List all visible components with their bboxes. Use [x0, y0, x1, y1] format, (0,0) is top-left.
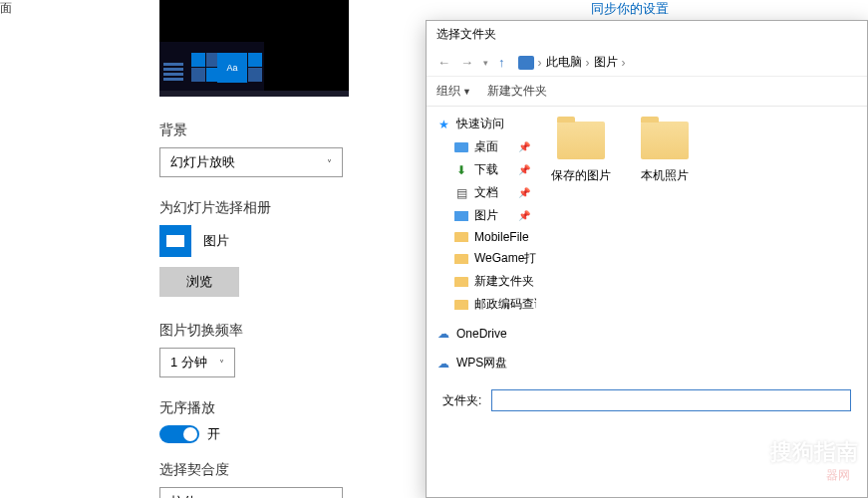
watermark: S 搜狗指南 — [726, 434, 858, 470]
cloud-icon: ☁ — [436, 328, 450, 340]
sidebar-quick-access[interactable]: ★快速访问 — [427, 113, 536, 135]
organize-menu[interactable]: 组织▼ — [436, 83, 471, 100]
nav-forward-button[interactable]: → — [457, 55, 476, 70]
background-dropdown-value: 幻灯片放映 — [170, 153, 235, 171]
watermark-icon: S — [726, 434, 762, 470]
folder-camera-roll[interactable]: 本机照片 — [641, 122, 689, 184]
watermark-text: 搜狗指南 — [770, 437, 858, 467]
new-folder-button[interactable]: 新建文件夹 — [487, 83, 547, 100]
pin-icon: 📌 — [518, 187, 530, 198]
sidebar-wps[interactable]: ☁WPS网盘 — [427, 352, 536, 374]
folder-label: 本机照片 — [641, 167, 689, 184]
sidebar-mobilefile[interactable]: MobileFile — [427, 227, 536, 247]
dialog-sidebar: ★快速访问 桌面📌 ⬇下载📌 ▤文档📌 图片📌 MobileFile WeGam… — [427, 107, 536, 375]
chevron-down-icon: ▼ — [462, 87, 471, 97]
sidebar-onedrive[interactable]: ☁OneDrive — [427, 324, 536, 344]
sidebar-wegame[interactable]: WeGame打不开怎 — [427, 247, 536, 270]
sidebar-postal[interactable]: 邮政编码查询，邮编 — [427, 293, 536, 316]
fit-dropdown[interactable]: 拉伸 ˅ — [159, 487, 343, 498]
shuffle-toggle[interactable] — [159, 425, 199, 443]
folder-icon — [454, 232, 468, 242]
dialog-title: 选择文件夹 — [427, 21, 867, 49]
breadcrumb-current[interactable]: 图片 — [594, 54, 618, 71]
document-icon: ▤ — [454, 187, 468, 199]
folder-icon — [454, 254, 468, 264]
cloud-icon: ☁ — [436, 358, 450, 370]
chevron-down-icon: ˅ — [219, 359, 224, 370]
pin-icon: 📌 — [518, 164, 530, 175]
sidebar-downloads[interactable]: ⬇下载📌 — [427, 158, 536, 181]
folder-input-label: 文件夹: — [442, 392, 481, 409]
folder-icon — [454, 300, 468, 310]
pc-icon — [518, 56, 534, 70]
sidebar-documents[interactable]: ▤文档📌 — [427, 181, 536, 204]
sidebar-newfolder[interactable]: 新建文件夹 (3) — [427, 270, 536, 293]
folder-icon — [557, 122, 605, 159]
dialog-toolbar: 组织▼ 新建文件夹 — [427, 77, 867, 107]
background-preview: Aa — [159, 0, 349, 97]
frequency-dropdown[interactable]: 1 分钟 ˅ — [159, 348, 235, 377]
folder-name-input[interactable] — [491, 389, 851, 411]
desktop-icon — [454, 142, 468, 152]
folder-picker-dialog: 选择文件夹 ← → ▾ ↑ › 此电脑 › 图片 › 组织▼ 新建文件夹 ★快速… — [426, 20, 868, 498]
breadcrumb-root[interactable]: 此电脑 — [546, 54, 582, 71]
folder-label: 保存的图片 — [551, 167, 611, 184]
nav-back-button[interactable]: ← — [434, 55, 453, 70]
chevron-right-icon: › — [586, 56, 590, 70]
frequency-value: 1 分钟 — [170, 354, 207, 372]
pin-icon: 📌 — [518, 141, 530, 152]
watermark-sub: 器网 — [826, 467, 850, 484]
chevron-down-icon[interactable]: ▾ — [480, 58, 491, 68]
download-icon: ⬇ — [454, 164, 468, 176]
folder-icon — [641, 122, 689, 159]
fit-value: 拉伸 — [170, 493, 196, 498]
dialog-footer: 文件夹: — [427, 375, 867, 425]
pictures-icon — [454, 211, 468, 221]
nav-up-button[interactable]: ↑ — [495, 55, 508, 70]
chevron-right-icon: › — [622, 56, 626, 70]
sidebar-pictures[interactable]: 图片📌 — [427, 204, 536, 227]
preview-sample-tile: Aa — [217, 53, 247, 83]
pictures-icon — [159, 225, 191, 257]
chevron-right-icon: › — [538, 56, 542, 70]
album-name: 图片 — [203, 232, 229, 250]
star-icon: ★ — [436, 119, 450, 130]
shuffle-state: 开 — [207, 425, 220, 443]
sync-settings-link[interactable]: 同步你的设置 — [591, 0, 669, 18]
address-bar[interactable]: › 此电脑 › 图片 › — [518, 54, 628, 71]
background-dropdown[interactable]: 幻灯片放映 ˅ — [159, 147, 343, 177]
chevron-down-icon: ˅ — [327, 158, 332, 169]
folder-saved-pictures[interactable]: 保存的图片 — [551, 122, 611, 184]
sidebar-desktop[interactable]: 桌面📌 — [427, 135, 536, 158]
browse-button[interactable]: 浏览 — [159, 267, 239, 297]
sidebar-fragment: 面 — [0, 0, 6, 20]
pin-icon: 📌 — [518, 210, 530, 221]
dialog-content[interactable]: 保存的图片 本机照片 — [536, 107, 867, 375]
folder-icon — [454, 277, 468, 287]
dialog-nav: ← → ▾ ↑ › 此电脑 › 图片 › — [427, 49, 867, 77]
